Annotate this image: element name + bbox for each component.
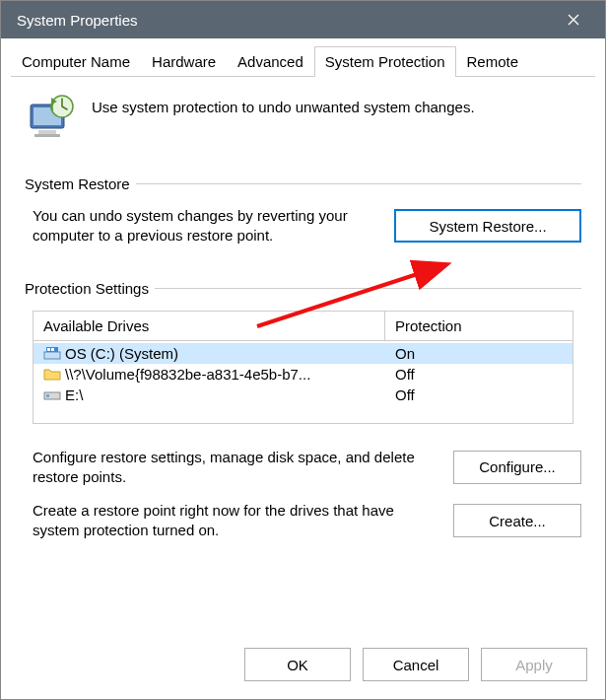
close-icon <box>568 14 579 26</box>
svg-rect-5 <box>34 134 60 137</box>
intro-text: Use system protection to undo unwanted s… <box>92 95 475 115</box>
protection-settings-group: Protection Settings Available Drives Pro… <box>25 280 581 541</box>
tab-system-protection[interactable]: System Protection <box>314 46 456 76</box>
configure-button[interactable]: Configure... <box>453 451 581 484</box>
protection-settings-group-label: Protection Settings <box>25 280 155 297</box>
svg-rect-8 <box>44 352 60 359</box>
svg-rect-11 <box>51 348 54 351</box>
configure-desc: Configure restore settings, manage disk … <box>33 448 436 488</box>
drive-name: \\?\Volume{f98832be-a831-4e5b-b7... <box>65 366 310 383</box>
hdd-icon <box>43 387 61 401</box>
tab-strip: Computer Name Hardware Advanced System P… <box>11 46 595 77</box>
drive-row[interactable]: E:\ Off <box>34 385 572 405</box>
drive-protection-status: Off <box>385 385 572 405</box>
svg-rect-13 <box>46 394 49 397</box>
system-restore-group: System Restore You can undo system chang… <box>25 175 581 246</box>
column-header-protection[interactable]: Protection <box>385 312 572 340</box>
svg-rect-10 <box>47 348 50 351</box>
ok-button[interactable]: OK <box>244 648 351 681</box>
tab-hardware[interactable]: Hardware <box>141 46 227 76</box>
folder-icon <box>43 367 61 381</box>
drive-name: OS (C:) (System) <box>65 345 178 362</box>
apply-button[interactable]: Apply <box>481 648 587 681</box>
tab-computer-name[interactable]: Computer Name <box>11 46 141 76</box>
drive-name: E:\ <box>65 386 83 403</box>
create-restore-desc: Create a restore point right now for the… <box>33 501 436 541</box>
drive-protection-status: Off <box>385 364 572 385</box>
create-restore-point-button[interactable]: Create... <box>453 504 581 537</box>
system-restore-group-label: System Restore <box>25 175 136 192</box>
svg-rect-4 <box>38 130 56 134</box>
system-restore-button[interactable]: System Restore... <box>394 209 581 243</box>
window-title: System Properties <box>17 12 552 29</box>
drive-row[interactable]: OS (C:) (System) On <box>34 343 572 364</box>
drive-row[interactable]: \\?\Volume{f98832be-a831-4e5b-b7... Off <box>34 364 572 385</box>
tab-remote[interactable]: Remote <box>456 46 530 76</box>
cancel-button[interactable]: Cancel <box>363 648 469 681</box>
column-header-drives[interactable]: Available Drives <box>34 312 385 340</box>
drives-table: Available Drives Protection OS (C:) (Sys… <box>33 311 573 424</box>
os-drive-icon <box>43 346 61 360</box>
close-button[interactable] <box>552 1 595 38</box>
system-restore-desc: You can undo system changes by reverting… <box>33 206 376 246</box>
drive-protection-status: On <box>385 343 572 364</box>
tab-advanced[interactable]: Advanced <box>227 46 314 76</box>
system-protection-icon <box>25 95 76 140</box>
